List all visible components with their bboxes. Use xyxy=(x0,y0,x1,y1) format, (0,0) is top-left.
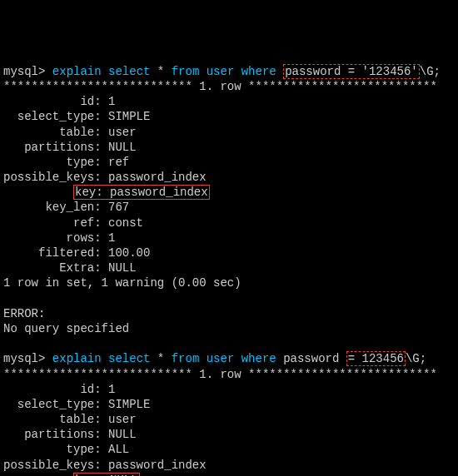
field-row: partitions: NULL xyxy=(3,140,455,155)
sql-keyword: from xyxy=(172,352,200,365)
query2-line: mysql> explain select * from user where … xyxy=(3,351,455,366)
field-value: NULL xyxy=(108,141,137,154)
field-label: possible_keys xyxy=(3,458,94,473)
field-row: Extra: NULL xyxy=(3,260,455,275)
query1-fields: id: 1select_type: SIMPLEtable: userparti… xyxy=(3,94,455,275)
field-row: id: 1 xyxy=(3,382,455,397)
highlighted-condition: = 123456 xyxy=(346,351,406,366)
field-value: 100.00 xyxy=(108,246,150,260)
field-value: const xyxy=(108,216,143,230)
sql-star: * xyxy=(157,352,164,365)
field-value: 1 xyxy=(108,95,115,108)
field-label: partitions xyxy=(3,427,94,442)
field-row: partitions: NULL xyxy=(3,427,455,442)
field-row: possible_keys: password_index xyxy=(3,170,455,185)
highlighted-key: key: password_index xyxy=(73,185,210,200)
field-value: SIMPLE xyxy=(108,398,150,411)
query2-fields: id: 1select_type: SIMPLEtable: userparti… xyxy=(3,382,455,476)
sql-suffix: \G; xyxy=(420,65,441,78)
field-row: rows: 1 xyxy=(3,231,455,245)
field-value: 767 xyxy=(108,201,129,214)
sql-keyword: explain select xyxy=(52,352,151,365)
field-value: NULL xyxy=(108,261,137,275)
field-value: 1 xyxy=(108,383,115,396)
row-separator: *************************** 1. row *****… xyxy=(3,367,455,382)
field-row: key: password_index xyxy=(3,185,455,200)
field-label: partitions xyxy=(3,140,94,155)
sql-star: * xyxy=(157,65,164,78)
field-value: password_index xyxy=(108,171,207,184)
field-value: SIMPLE xyxy=(108,110,150,123)
field-row: filtered: 100.00 xyxy=(3,245,455,260)
field-value: user xyxy=(108,126,137,139)
mysql-prompt: mysql> xyxy=(3,65,45,78)
sql-suffix: \G; xyxy=(406,352,426,365)
sql-keyword: explain select xyxy=(52,65,151,78)
field-label: filtered xyxy=(3,245,94,260)
field-row: select_type: SIMPLE xyxy=(3,109,455,124)
field-label: id xyxy=(3,94,94,109)
field-label: select_type xyxy=(3,109,94,124)
field-row: type: ref xyxy=(3,155,455,170)
field-value: ref xyxy=(108,156,129,169)
field-value: password_index xyxy=(108,459,207,472)
field-row: key: NULL xyxy=(3,473,455,476)
field-row: key_len: 767 xyxy=(3,200,455,215)
sql-keyword: where xyxy=(241,65,276,78)
field-label: Extra xyxy=(3,260,94,275)
field-row: id: 1 xyxy=(3,94,455,109)
sql-keyword: from xyxy=(172,65,200,78)
error-message: No query specified xyxy=(3,321,455,336)
query1-line: mysql> explain select * from user where … xyxy=(3,64,455,79)
field-value: 1 xyxy=(108,231,115,245)
mysql-prompt: mysql> xyxy=(3,352,45,365)
field-label: key_len xyxy=(3,200,94,215)
field-label: type xyxy=(3,442,94,457)
sql-table: user xyxy=(207,65,235,78)
field-label: id xyxy=(3,382,94,397)
sql-before-box: password xyxy=(283,352,346,365)
field-value: NULL xyxy=(108,428,137,441)
field-label: rows xyxy=(3,231,94,245)
field-row: select_type: SIMPLE xyxy=(3,397,455,412)
field-row: table: user xyxy=(3,412,455,427)
field-row: possible_keys: password_index xyxy=(3,458,455,473)
error-label: ERROR: xyxy=(3,306,455,321)
highlighted-condition: password = '123456' xyxy=(283,64,420,79)
field-row: table: user xyxy=(3,125,455,140)
field-value: ALL xyxy=(108,443,129,456)
highlighted-key: key: NULL xyxy=(73,473,140,476)
field-label: select_type xyxy=(3,397,94,412)
field-row: ref: const xyxy=(3,216,455,231)
field-value: user xyxy=(108,413,137,426)
field-row: type: ALL xyxy=(3,442,455,457)
field-label: possible_keys xyxy=(3,170,94,185)
row-separator: *************************** 1. row *****… xyxy=(3,79,455,94)
sql-keyword: where xyxy=(241,352,276,365)
field-label: table xyxy=(3,412,94,427)
field-label: ref xyxy=(3,216,94,231)
field-label: table xyxy=(3,125,94,140)
field-label: type xyxy=(3,155,94,170)
sql-table: user xyxy=(207,352,235,365)
query1-footer: 1 row in set, 1 warning (0.00 sec) xyxy=(3,275,455,290)
